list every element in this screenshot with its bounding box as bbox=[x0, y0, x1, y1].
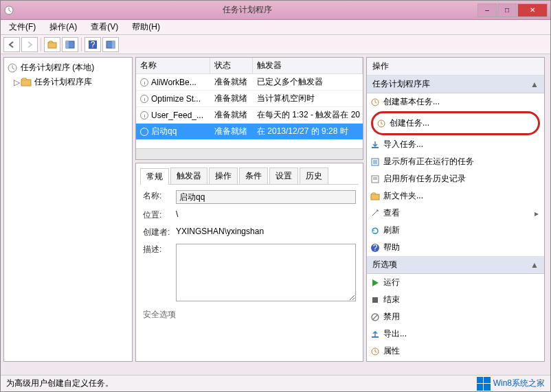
svg-text:?: ? bbox=[373, 243, 378, 253]
location-label: 位置: bbox=[143, 209, 176, 221]
svg-rect-7 bbox=[112, 41, 115, 48]
action-props[interactable]: 属性 bbox=[367, 343, 544, 360]
col-name[interactable]: 名称 bbox=[136, 58, 210, 73]
menu-action[interactable]: 操作(A) bbox=[47, 20, 80, 34]
svg-rect-15 bbox=[371, 194, 379, 200]
help-icon: ? bbox=[370, 242, 381, 253]
expand-icon[interactable]: ▷ bbox=[12, 78, 21, 87]
disable-icon bbox=[370, 312, 381, 323]
svg-rect-3 bbox=[66, 41, 69, 48]
action-label: 刷新 bbox=[383, 224, 400, 236]
task-list: 名称 状态 触发器 AliWorkBe... 准备就绪 已定义多个触发器 Opt… bbox=[135, 57, 363, 160]
clock-icon bbox=[140, 128, 148, 136]
tree-root[interactable]: 任务计划程序 (本地) bbox=[7, 60, 129, 75]
back-button[interactable] bbox=[3, 37, 20, 52]
menubar: 文件(F) 操作(A) 查看(V) 帮助(H) bbox=[1, 20, 550, 35]
minimize-button[interactable]: – bbox=[477, 3, 497, 17]
help-button[interactable]: ? bbox=[85, 37, 101, 52]
maximize-button[interactable]: □ bbox=[497, 3, 517, 17]
action-label: 运行 bbox=[383, 277, 400, 288]
window-title: 任务计划程序 bbox=[17, 4, 477, 16]
action-label: 导入任务... bbox=[383, 139, 423, 150]
action-label: 显示所有正在运行的任务 bbox=[383, 156, 474, 168]
action-delete[interactable]: 删除 bbox=[367, 360, 544, 361]
name-field[interactable] bbox=[176, 190, 356, 204]
action-run[interactable]: 运行 bbox=[367, 274, 544, 291]
creator-value: YXINGSHAN\yxingshan bbox=[176, 227, 356, 236]
tab-conditions[interactable]: 条件 bbox=[239, 168, 268, 184]
action-clock[interactable]: 创建基本任务... bbox=[367, 93, 544, 111]
panel-button-2[interactable] bbox=[102, 37, 119, 52]
tasks-icon bbox=[370, 157, 381, 168]
history-icon bbox=[370, 174, 381, 185]
action-tasks[interactable]: 显示所有正在运行的任务 bbox=[367, 153, 544, 170]
app-icon bbox=[3, 5, 14, 16]
menu-file[interactable]: 文件(F) bbox=[6, 20, 38, 34]
action-folder[interactable]: 新文件夹... bbox=[367, 187, 544, 205]
col-trigger[interactable]: 触发器 bbox=[253, 58, 363, 73]
location-value: \ bbox=[176, 209, 356, 219]
col-status[interactable]: 状态 bbox=[210, 58, 253, 73]
section-selected[interactable]: 所选项 ▲ bbox=[367, 256, 544, 274]
folder-up-button[interactable] bbox=[44, 37, 60, 52]
action-disable[interactable]: 禁用 bbox=[367, 308, 544, 325]
tree-library[interactable]: ▷ 任务计划程序库 bbox=[7, 75, 129, 89]
run-icon bbox=[370, 277, 381, 288]
status-text: 为高级用户创建自定义任务。 bbox=[6, 378, 113, 389]
svg-rect-1 bbox=[48, 43, 56, 48]
task-row[interactable]: User_Feed_... 准备就绪 在每天的 1:32 - 触发器在 20 bbox=[136, 107, 363, 124]
titlebar: 任务计划程序 – □ ✕ bbox=[1, 1, 550, 20]
action-stop[interactable]: 结束 bbox=[367, 291, 544, 308]
creator-label: 创建者: bbox=[143, 227, 176, 238]
task-row[interactable]: AliWorkBe... 准备就绪 已定义多个触发器 bbox=[136, 74, 363, 91]
horizontal-scrollbar[interactable] bbox=[136, 148, 363, 159]
close-button[interactable]: ✕ bbox=[517, 3, 548, 17]
forward-button[interactable] bbox=[21, 37, 38, 52]
svg-rect-12 bbox=[372, 147, 379, 148]
highlight-annotation: 创建任务... bbox=[371, 111, 540, 135]
desc-field[interactable] bbox=[176, 244, 356, 301]
action-label: 帮助 bbox=[383, 242, 400, 253]
action-label: 创建基本任务... bbox=[383, 96, 440, 108]
clock-icon bbox=[376, 118, 387, 129]
svg-rect-9 bbox=[21, 80, 31, 86]
svg-text:?: ? bbox=[91, 40, 95, 49]
clock-icon bbox=[140, 78, 148, 87]
action-export[interactable]: 导出... bbox=[367, 325, 544, 343]
task-detail: 常规 触发器 操作 条件 设置 历史 名称: 位置: \ 创建者: YXINGS bbox=[135, 163, 363, 362]
action-label: 导出... bbox=[383, 328, 407, 340]
action-clock[interactable]: 创建任务... bbox=[376, 115, 535, 132]
refresh-icon bbox=[370, 225, 381, 236]
detail-tabs: 常规 触发器 操作 条件 设置 历史 bbox=[140, 168, 359, 185]
toolbar: ? bbox=[1, 35, 550, 54]
action-label: 禁用 bbox=[383, 311, 400, 323]
action-history[interactable]: 启用所有任务历史记录 bbox=[367, 170, 544, 187]
collapse-icon: ▲ bbox=[530, 80, 539, 89]
action-import[interactable]: 导入任务... bbox=[367, 136, 544, 153]
export-icon bbox=[370, 329, 381, 340]
tab-actions[interactable]: 操作 bbox=[209, 168, 238, 184]
actions-scroll[interactable]: 任务计划程序库 ▲ 创建基本任务...创建任务...导入任务...显示所有正在运… bbox=[367, 76, 544, 361]
tab-history[interactable]: 历史 bbox=[300, 168, 328, 184]
svg-rect-20 bbox=[372, 336, 379, 338]
tree-root-label: 任务计划程序 (本地) bbox=[21, 62, 94, 73]
actions-pane: 操作 任务计划程序库 ▲ 创建基本任务...创建任务...导入任务...显示所有… bbox=[366, 57, 545, 362]
tab-general[interactable]: 常规 bbox=[140, 168, 169, 185]
task-row-selected[interactable]: 启动qq 准备就绪 在 2013/12/27 的 9:28 时 bbox=[136, 124, 363, 140]
folder-icon bbox=[370, 191, 381, 202]
view-icon bbox=[370, 208, 381, 219]
menu-view[interactable]: 查看(V) bbox=[88, 20, 121, 34]
tab-settings[interactable]: 设置 bbox=[269, 168, 298, 184]
menu-help[interactable]: 帮助(H) bbox=[129, 20, 163, 34]
tab-triggers[interactable]: 触发器 bbox=[170, 168, 207, 184]
folder-icon bbox=[21, 77, 32, 88]
action-view[interactable]: 查看▸ bbox=[367, 205, 544, 222]
action-help[interactable]: ?帮助 bbox=[367, 239, 544, 256]
section-library[interactable]: 任务计划程序库 ▲ bbox=[367, 76, 544, 93]
statusbar: 为高级用户创建自定义任务。 Win8系统之家 bbox=[1, 375, 550, 391]
action-refresh[interactable]: 刷新 bbox=[367, 222, 544, 239]
action-label: 新文件夹... bbox=[383, 190, 423, 202]
general-form: 名称: 位置: \ 创建者: YXINGSHAN\yxingshan 描述: 安… bbox=[140, 185, 359, 326]
task-row[interactable]: Optimize St... 准备就绪 当计算机空闲时 bbox=[136, 91, 363, 107]
panel-button[interactable] bbox=[62, 37, 78, 52]
